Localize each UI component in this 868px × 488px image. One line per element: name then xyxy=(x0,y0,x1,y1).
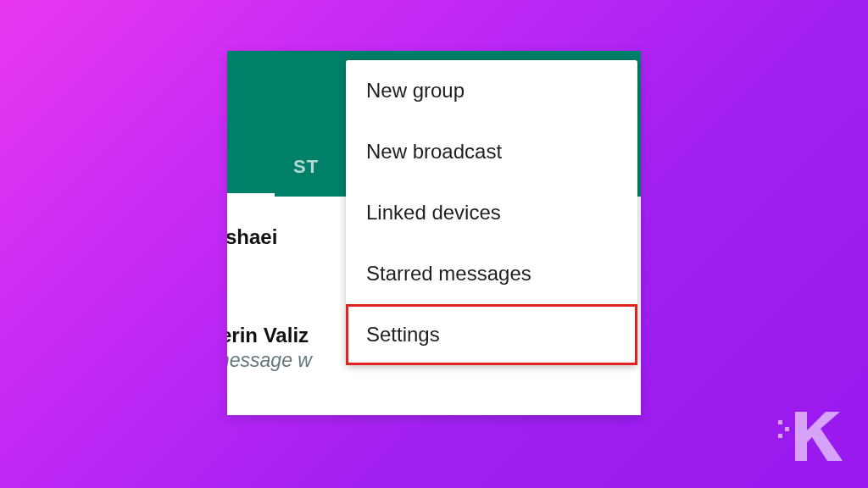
tab-indicator xyxy=(227,193,275,197)
svg-rect-1 xyxy=(785,427,789,431)
menu-item-starred-messages[interactable]: Starred messages xyxy=(346,243,637,304)
svg-rect-2 xyxy=(778,434,782,438)
menu-item-linked-devices[interactable]: Linked devices xyxy=(346,182,637,243)
phone-screenshot: ST shaei erin Valiz nessage w New group … xyxy=(227,51,641,415)
tab-status[interactable]: ST xyxy=(293,156,319,178)
svg-rect-0 xyxy=(778,420,782,424)
menu-item-new-broadcast[interactable]: New broadcast xyxy=(346,121,637,182)
watermark-logo xyxy=(776,403,844,464)
overflow-menu: New group New broadcast Linked devices S… xyxy=(346,60,637,365)
menu-item-new-group[interactable]: New group xyxy=(346,60,637,121)
menu-item-settings[interactable]: Settings xyxy=(346,304,637,365)
